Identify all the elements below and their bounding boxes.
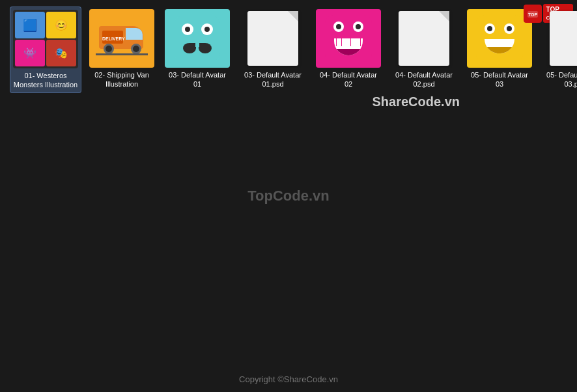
pupil-yellow-left <box>487 26 492 31</box>
face-teal <box>175 16 220 61</box>
file-label-04b: 04- Default Avatar 02.psd <box>391 70 457 89</box>
van-container: DELIVERY <box>96 21 148 57</box>
teeth-row <box>334 38 363 46</box>
file-item-04b[interactable]: 04- Default Avatar 02.psd <box>389 7 459 92</box>
file-item-01[interactable]: 🟦 😊 👾 🎭 01- Westeros Monsters Illustrati… <box>10 7 81 93</box>
file-label-03a: 03- Default Avatar 01 <box>165 70 230 89</box>
van-road <box>96 53 148 55</box>
eye-right <box>201 23 213 35</box>
pupil-yellow-right <box>507 26 512 31</box>
thumbnail-04b <box>391 9 457 68</box>
pupil-pink-left <box>336 24 341 29</box>
thumbnail-05a <box>467 9 532 68</box>
mustache-left <box>183 43 196 53</box>
badge-icon: TOP <box>524 5 542 23</box>
eye-pink-left <box>333 21 344 32</box>
file-grid: 🟦 😊 👾 🎭 01- Westeros Monsters Illustrati… <box>0 0 577 100</box>
file-item-03b[interactable]: 03- Default Avatar 01.psd <box>238 7 308 92</box>
cell-4: 🎭 <box>46 40 76 66</box>
file-label-05a: 05- Default Avatar 03 <box>467 70 532 89</box>
pupil-right <box>204 27 210 32</box>
pupil-pink-right <box>356 24 361 29</box>
file-item-03a[interactable]: 03- Default Avatar 01 <box>162 7 232 92</box>
cell-2: 😊 <box>46 12 76 38</box>
file-item-04a[interactable]: 04- Default Avatar 02 <box>313 7 384 92</box>
file-item-02[interactable]: DELIVERY 02- Shipping Van Illustration <box>87 7 157 92</box>
thumb-van: DELIVERY <box>89 9 154 68</box>
file-label-03b: 03- Default Avatar 01.psd <box>240 70 305 89</box>
svg-text:TOP: TOP <box>528 12 537 17</box>
van-wheel-front <box>104 44 114 54</box>
mouth-pink <box>334 38 363 55</box>
mustache-gap <box>195 40 199 47</box>
eye-left <box>182 23 193 35</box>
sharecode-watermark: ShareCode.vn <box>373 94 460 109</box>
thumb-blank-03b <box>247 11 298 66</box>
eyes-pink <box>333 21 363 32</box>
mustache-container <box>183 40 212 53</box>
center-watermark: TopCode.vn <box>247 188 329 204</box>
file-label-05b: 05- Default Avatar 03.psd <box>542 70 577 89</box>
thumbnail-01: 🟦 😊 👾 🎭 <box>13 10 78 68</box>
tooth-2 <box>345 38 351 46</box>
eyes-yellow <box>485 23 514 34</box>
mouth-inside <box>335 49 361 55</box>
mouth-yellow <box>485 39 514 53</box>
eye-yellow-left <box>485 23 495 34</box>
thumb-avatar02 <box>316 9 381 68</box>
thumbnail-02: DELIVERY <box>89 9 154 68</box>
topcode-icon: TOP <box>526 7 539 20</box>
van-wheel-rear <box>131 44 141 54</box>
thumb-blank-05b <box>550 11 577 66</box>
eye-yellow-right <box>504 23 514 34</box>
van-window <box>126 28 143 40</box>
face-pink <box>325 15 372 62</box>
face-yellow <box>476 15 523 62</box>
file-label-01: 01- Westeros Monsters Illustration <box>13 71 78 90</box>
thumbnail-04a <box>316 9 381 68</box>
eyes-teal <box>182 23 213 35</box>
tooth-1 <box>336 38 342 46</box>
thumb-blank-04b <box>399 11 449 66</box>
pupil-left <box>185 27 190 32</box>
tooth-3 <box>355 38 361 46</box>
thumb-monsters: 🟦 😊 👾 🎭 <box>13 10 78 68</box>
thumb-avatar03 <box>467 9 532 68</box>
copyright-text: Copyright ©ShareCode.vn <box>239 374 338 384</box>
file-label-02: 02- Shipping Van Illustration <box>89 70 154 89</box>
cell-1: 🟦 <box>15 12 45 38</box>
mustache-right <box>199 43 212 53</box>
thumbnail-03a <box>165 9 230 68</box>
eye-pink-right <box>353 21 363 32</box>
cell-3: 👾 <box>15 40 45 66</box>
van-text: DELIVERY <box>102 36 125 41</box>
mouth-yellow-inner <box>486 47 513 53</box>
file-label-04a: 04- Default Avatar 02 <box>316 70 381 89</box>
thumb-avatar01 <box>165 9 230 68</box>
thumbnail-03b <box>240 9 305 68</box>
